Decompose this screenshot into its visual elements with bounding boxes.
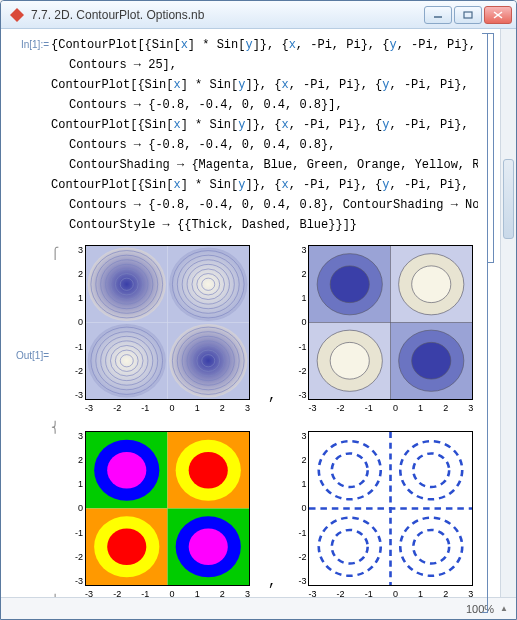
minimize-button[interactable] xyxy=(424,6,452,24)
code-text: ContourShading → {Magenta, Blue, Green, … xyxy=(69,158,478,172)
contour-plot-dashed[interactable]: 3210-1-2-3 -3-2-10123 xyxy=(286,427,478,597)
in-label: In[1]:= xyxy=(1,39,49,50)
input-cell[interactable]: {ContourPlot[{Sin[x] * Sin[y]}, {x, -Pi,… xyxy=(51,35,478,235)
zoom-level[interactable]: 100% xyxy=(466,603,494,615)
svg-point-12 xyxy=(169,324,247,397)
minimize-icon xyxy=(433,11,443,19)
cell-brackets[interactable] xyxy=(478,29,500,597)
sym-y: y xyxy=(389,38,396,52)
list-sep: , xyxy=(268,387,276,421)
titlebar[interactable]: 7.7. 2D. ContourPlot. Options.nb xyxy=(1,1,516,29)
vertical-scrollbar[interactable] xyxy=(500,29,516,597)
code-text: ]}, { xyxy=(245,118,281,132)
svg-point-68 xyxy=(107,452,146,489)
input-bracket[interactable] xyxy=(488,33,494,263)
statusbar: 100% ▲ xyxy=(1,597,516,619)
list-sep: , xyxy=(268,573,276,597)
code-text: , -Pi, Pi}, xyxy=(389,178,468,192)
sym-x: x xyxy=(181,38,188,52)
window-controls xyxy=(424,6,512,24)
code-text: ] * Sin[ xyxy=(181,78,239,92)
sym-x: x xyxy=(173,178,180,192)
y-ticks: 3210-1-2-3 xyxy=(63,431,83,586)
zoom-caret-icon[interactable]: ▲ xyxy=(500,604,508,613)
contour-plot-levels[interactable]: 3210-1-2-3 -3-2-10123 xyxy=(286,241,478,421)
plot-svg xyxy=(309,246,472,399)
close-button[interactable] xyxy=(484,6,512,24)
y-ticks: 3210-1-2-3 xyxy=(286,431,306,586)
code-text: , -Pi, Pi}, { xyxy=(289,178,383,192)
svg-marker-0 xyxy=(10,8,24,22)
sym-x: x xyxy=(289,38,296,52)
svg-point-79 xyxy=(401,441,463,499)
x-ticks: -3-2-10123 xyxy=(308,403,473,417)
sym-x: x xyxy=(281,178,288,192)
svg-point-11 xyxy=(88,324,166,397)
svg-point-80 xyxy=(414,453,450,487)
code-text: Contours → 25], xyxy=(69,58,177,72)
sym-y: y xyxy=(245,38,252,52)
y-ticks: 3210-1-2-3 xyxy=(286,245,306,400)
x-ticks: -3-2-10123 xyxy=(308,589,473,597)
notebook-body[interactable]: {ContourPlot[{Sin[x] * Sin[y]}, {x, -Pi,… xyxy=(51,29,478,597)
output-cell: ⎧ ⎨ ⎩ xyxy=(51,241,478,597)
code-text: Contours → {-0.8, -0.4, 0, 0.4, 0.8}, xyxy=(69,138,335,152)
close-icon xyxy=(493,11,503,19)
code-text: ] * Sin[ xyxy=(188,38,246,52)
sym-x: x xyxy=(173,78,180,92)
svg-point-84 xyxy=(414,530,450,564)
code-text: ContourPlot[{Sin[ xyxy=(51,178,173,192)
svg-point-74 xyxy=(189,528,228,565)
svg-point-77 xyxy=(319,441,381,499)
plot-svg xyxy=(86,432,249,585)
code-text: ] * Sin[ xyxy=(181,118,239,132)
code-text: , -Pi, Pi}, { xyxy=(296,38,390,52)
cell-gutter: In[1]:= Out[1]= xyxy=(1,29,51,597)
out-label: Out[1]= xyxy=(1,350,49,361)
code-text: ]}, { xyxy=(245,178,281,192)
x-ticks: -3-2-10123 xyxy=(85,589,250,597)
code-text: ]}, { xyxy=(253,38,289,52)
window-title: 7.7. 2D. ContourPlot. Options.nb xyxy=(31,8,418,22)
code-text: Contours → {-0.8, -0.4, 0, 0.4, 0.8}, Co… xyxy=(69,198,478,212)
svg-point-72 xyxy=(107,528,146,565)
plot-svg xyxy=(86,246,249,399)
brace-char xyxy=(51,260,59,421)
sym-x: x xyxy=(173,118,180,132)
brace-char xyxy=(51,434,59,595)
code-text: ] * Sin[ xyxy=(181,178,239,192)
svg-point-82 xyxy=(332,530,368,564)
code-text: , -Pi, Pi}, xyxy=(389,78,468,92)
brace-char: ⎩ xyxy=(51,594,59,597)
sym-x: x xyxy=(281,78,288,92)
scrollbar-thumb[interactable] xyxy=(503,159,514,239)
plots-grid: 3210-1-2-3 -3-2-10123 , xyxy=(63,241,478,597)
plot-svg xyxy=(309,432,472,585)
list-brace-left: ⎧ ⎨ ⎩ xyxy=(51,247,59,597)
svg-point-83 xyxy=(401,518,463,576)
svg-point-10 xyxy=(169,248,247,321)
contour-plot-25[interactable]: 3210-1-2-3 -3-2-10123 xyxy=(63,241,258,421)
sym-x: x xyxy=(281,118,288,132)
svg-point-9 xyxy=(88,248,166,321)
brace-char: ⎧ xyxy=(51,247,59,260)
code-text: , -Pi, Pi}, { xyxy=(289,78,383,92)
svg-rect-2 xyxy=(464,12,472,18)
main-window: 7.7. 2D. ContourPlot. Options.nb In[1]:=… xyxy=(0,0,517,620)
code-text: , -Pi, Pi}, { xyxy=(289,118,383,132)
brace-char: ⎨ xyxy=(51,421,59,434)
y-ticks: 3210-1-2-3 xyxy=(63,245,83,400)
svg-point-70 xyxy=(189,452,228,489)
maximize-button[interactable] xyxy=(454,6,482,24)
maximize-icon xyxy=(463,11,473,19)
app-icon xyxy=(9,7,25,23)
code-text: ContourStyle → {{Thick, Dashed, Blue}}]} xyxy=(69,218,357,232)
code-text: Contours → {-0.8, -0.4, 0, 0.4, 0.8}], xyxy=(69,98,343,112)
content-area: In[1]:= Out[1]= {ContourPlot[{Sin[x] * S… xyxy=(1,29,516,597)
contour-plot-colors[interactable]: 3210-1-2-3 -3-2-10123 xyxy=(63,427,258,597)
x-ticks: -3-2-10123 xyxy=(85,403,250,417)
code-text: ContourPlot[{Sin[ xyxy=(51,118,173,132)
svg-point-81 xyxy=(319,518,381,576)
code-text: , -Pi, Pi}, xyxy=(389,118,468,132)
code-text: ContourPlot[{Sin[ xyxy=(51,78,173,92)
